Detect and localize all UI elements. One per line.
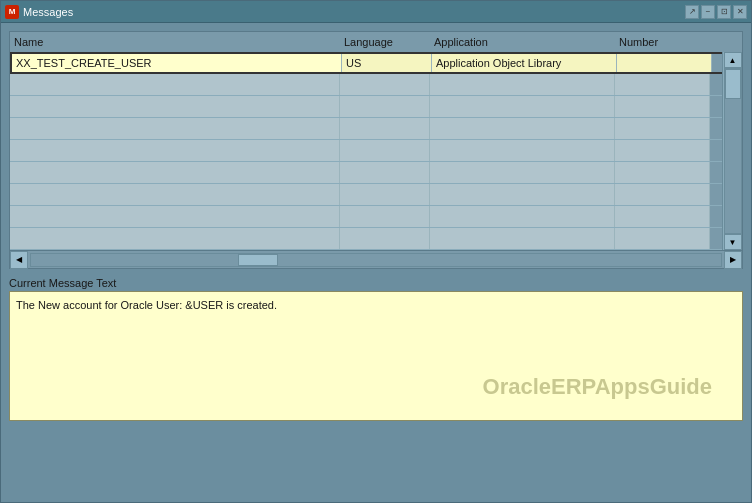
main-window: M Messages ↗ − ⊡ ✕ Name Language Applica… (0, 0, 752, 503)
message-text: The New account for Oracle User: &USER i… (16, 298, 736, 313)
cell-name-2 (10, 96, 340, 117)
cell-num-8 (615, 228, 710, 249)
h-scroll-track[interactable] (30, 253, 722, 267)
cell-name-0: XX_TEST_CREATE_USER (12, 54, 342, 72)
cell-name-6 (10, 184, 340, 205)
cell-num-1 (615, 74, 710, 95)
table-container: Name Language Application Number XX_TEST… (9, 31, 743, 269)
col-header-application: Application (430, 34, 615, 50)
table-row[interactable] (10, 228, 742, 250)
cell-app-0: Application Object Library (432, 54, 617, 72)
current-message-section: Current Message Text The New account for… (9, 277, 743, 421)
cell-num-4 (615, 140, 710, 161)
minimize-button[interactable]: − (701, 5, 715, 19)
scroll-up-button[interactable]: ▲ (724, 52, 742, 68)
current-message-label: Current Message Text (9, 277, 743, 289)
cell-lang-6 (340, 184, 430, 205)
table-rows: XX_TEST_CREATE_USER US Application Objec… (10, 52, 742, 250)
cell-app-8 (430, 228, 615, 249)
cell-num-3 (615, 118, 710, 139)
extra-button[interactable]: ↗ (685, 5, 699, 19)
cell-name-3 (10, 118, 340, 139)
title-controls: ↗ − ⊡ ✕ (685, 5, 747, 19)
window-icon: M (5, 5, 19, 19)
scroll-thumb[interactable] (725, 69, 741, 99)
table-body-container: XX_TEST_CREATE_USER US Application Objec… (10, 52, 742, 250)
h-scroll-thumb[interactable] (238, 254, 278, 266)
title-bar: M Messages ↗ − ⊡ ✕ (1, 1, 751, 23)
scroll-track[interactable] (724, 68, 742, 234)
cell-app-6 (430, 184, 615, 205)
scroll-left-button[interactable]: ◀ (10, 251, 28, 269)
restore-button[interactable]: ⊡ (717, 5, 731, 19)
cell-app-4 (430, 140, 615, 161)
cell-app-1 (430, 74, 615, 95)
cell-lang-0: US (342, 54, 432, 72)
cell-name-4 (10, 140, 340, 161)
cell-name-5 (10, 162, 340, 183)
table-row[interactable] (10, 74, 742, 96)
title-bar-left: M Messages (5, 5, 73, 19)
cell-num-7 (615, 206, 710, 227)
table-row[interactable] (10, 162, 742, 184)
table-row[interactable] (10, 184, 742, 206)
watermark-text: OracleERPAppsGuide (483, 374, 712, 400)
scroll-down-button[interactable]: ▼ (724, 234, 742, 250)
cell-app-2 (430, 96, 615, 117)
close-button[interactable]: ✕ (733, 5, 747, 19)
cell-app-7 (430, 206, 615, 227)
cell-app-5 (430, 162, 615, 183)
table-row[interactable] (10, 140, 742, 162)
col-header-language: Language (340, 34, 430, 50)
window-title: Messages (23, 6, 73, 18)
cell-lang-5 (340, 162, 430, 183)
table-row[interactable] (10, 118, 742, 140)
cell-lang-1 (340, 74, 430, 95)
message-text-area: The New account for Oracle User: &USER i… (9, 291, 743, 421)
cell-num-2 (615, 96, 710, 117)
table-row[interactable] (10, 206, 742, 228)
cell-num-0 (617, 54, 712, 72)
col-header-number: Number (615, 34, 710, 50)
cell-name-1 (10, 74, 340, 95)
main-content: Name Language Application Number XX_TEST… (1, 23, 751, 502)
cell-lang-7 (340, 206, 430, 227)
cell-lang-8 (340, 228, 430, 249)
table-row[interactable]: XX_TEST_CREATE_USER US Application Objec… (10, 52, 742, 74)
scroll-right-button[interactable]: ▶ (724, 251, 742, 269)
table-header: Name Language Application Number (10, 32, 742, 52)
horizontal-scrollbar[interactable]: ◀ ▶ (10, 250, 742, 268)
vertical-scrollbar[interactable]: ▲ ▼ (722, 52, 742, 250)
cell-name-8 (10, 228, 340, 249)
cell-lang-2 (340, 96, 430, 117)
cell-name-7 (10, 206, 340, 227)
cell-app-3 (430, 118, 615, 139)
col-header-name: Name (10, 34, 340, 50)
cell-lang-3 (340, 118, 430, 139)
cell-lang-4 (340, 140, 430, 161)
cell-num-5 (615, 162, 710, 183)
table-row[interactable] (10, 96, 742, 118)
cell-num-6 (615, 184, 710, 205)
